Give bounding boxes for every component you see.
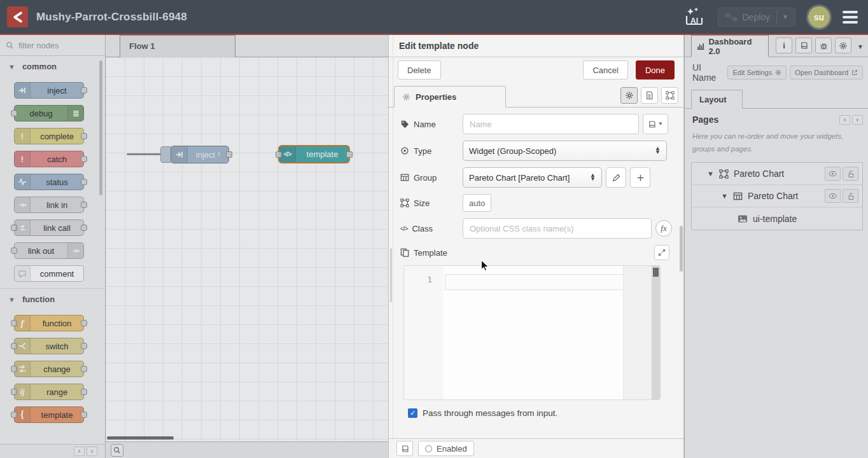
config-nodes-button[interactable]	[835, 38, 851, 53]
palette-node-template[interactable]: { template	[14, 406, 84, 423]
output-port[interactable]	[346, 151, 353, 158]
palette-node-link-out[interactable]: link out	[14, 242, 84, 259]
size-row: Size auto	[400, 194, 675, 212]
visibility-toggle-button[interactable]	[825, 189, 841, 203]
palette-node-switch[interactable]: switch	[14, 338, 84, 354]
collapse-all-button[interactable]: ∧	[839, 115, 850, 125]
canvas-horizontal-scrollbar[interactable]	[107, 436, 174, 440]
chevron-down-icon[interactable]: ▼	[707, 170, 714, 177]
lock-toggle-button[interactable]	[843, 189, 858, 203]
tray-scrollbar[interactable]	[680, 226, 683, 272]
flow-node-inject[interactable]: inject ¹	[171, 146, 229, 163]
zoom-search-button[interactable]	[111, 444, 123, 457]
pass-through-checkbox[interactable]: ✓	[408, 408, 417, 418]
comment-icon	[15, 266, 31, 281]
editor-current-line	[445, 274, 634, 290]
done-button[interactable]: Done	[636, 60, 675, 80]
ai-assistant-button[interactable]: AI	[683, 6, 705, 28]
cancel-button[interactable]: Cancel	[583, 60, 627, 80]
palette-collapse-all-button[interactable]: ∧	[74, 447, 85, 456]
tree-row-widget[interactable]: ui-template	[692, 207, 862, 230]
type-select[interactable]: Widget (Group-Scoped) ▲▼	[463, 141, 667, 161]
expand-all-button[interactable]: ∨	[852, 115, 863, 125]
type-row: Type Widget (Group-Scoped) ▲▼	[400, 141, 675, 161]
flow-canvas[interactable]: inject ¹ </> template	[106, 57, 388, 441]
sidebar-menu-caret[interactable]: ▼	[857, 43, 864, 50]
palette-node-complete[interactable]: ! complete	[14, 128, 84, 144]
flow-tabbar: Flow 1	[106, 35, 388, 57]
palette-node-comment[interactable]: comment	[14, 265, 84, 282]
editor-scrollbar[interactable]	[652, 266, 660, 399]
output-port[interactable]	[226, 151, 232, 158]
debug-button[interactable]	[815, 38, 832, 53]
name-label: Name	[400, 120, 463, 129]
tab-layout[interactable]: Layout	[691, 90, 743, 109]
palette-node-inject[interactable]: inject	[14, 82, 84, 99]
node-help-button[interactable]	[396, 441, 413, 456]
fx-button[interactable]: fx	[655, 220, 672, 237]
open-dashboard-button[interactable]: Open Dashboard	[790, 66, 863, 80]
node-enabled-toggle[interactable]: Enabled	[418, 441, 474, 456]
palette-category-common[interactable]: ▼ common	[0, 56, 105, 76]
chevron-down-icon[interactable]: ▼	[721, 192, 728, 200]
tab-description-button[interactable]	[641, 87, 658, 104]
output-port	[81, 412, 87, 418]
dialog-tabs: Properties	[389, 85, 683, 108]
template-row: Template	[400, 245, 675, 260]
group-select[interactable]: Pareto Chart [Pareto Chart] ▲▼	[463, 167, 602, 188]
tab-properties-button[interactable]	[620, 87, 638, 104]
ui-name-row: UI Name Edit Settings Open Dashboard	[685, 57, 868, 88]
palette-node-catch[interactable]: ! catch	[14, 151, 84, 167]
deploy-caret-icon[interactable]: ▼	[782, 14, 788, 20]
add-group-button[interactable]	[630, 167, 650, 188]
palette-node-range[interactable]: ij range	[14, 384, 84, 400]
palette-category-function[interactable]: ▼ function	[0, 289, 105, 309]
palette-node-function[interactable]: f function	[14, 315, 84, 331]
appearance-frame-icon	[666, 91, 675, 100]
edit-settings-button[interactable]: Edit Settings	[727, 66, 787, 80]
line-number: 1	[427, 275, 432, 284]
deploy-button[interactable]: Deploy ▼	[718, 8, 796, 27]
class-input[interactable]	[463, 218, 652, 239]
help-button[interactable]	[795, 38, 812, 53]
output-port	[81, 320, 87, 326]
tree-row-group[interactable]: ▼ Pareto Chart	[692, 185, 862, 207]
palette-node-link-in[interactable]: link in	[14, 197, 84, 213]
palette-node-link-call[interactable]: link call	[14, 219, 84, 236]
name-input[interactable]	[463, 114, 639, 134]
link-call-icon	[15, 220, 31, 235]
palette-scrollbar[interactable]	[99, 60, 102, 195]
delete-button[interactable]: Delete	[398, 60, 441, 80]
palette-footer: ∧ ∨	[0, 444, 105, 458]
palette-node-change[interactable]: change	[14, 361, 84, 377]
palette-expand-all-button[interactable]: ∨	[87, 447, 97, 456]
output-port	[81, 179, 87, 185]
palette-node-debug[interactable]: debug	[14, 105, 84, 121]
flow-tab[interactable]: Flow 1	[120, 35, 235, 57]
main-menu-button[interactable]	[843, 11, 858, 24]
tab-properties[interactable]: Properties	[394, 86, 506, 108]
pages-help-text: Here you can re-order and move your widg…	[692, 130, 859, 155]
tab-dashboard[interactable]: Dashboard 2.0	[691, 35, 769, 57]
expand-editor-button[interactable]	[654, 245, 669, 260]
edit-group-button[interactable]	[606, 167, 626, 188]
label-type-button[interactable]: ▼	[643, 114, 668, 134]
palette-node-status[interactable]: status	[14, 174, 84, 190]
book-icon	[401, 445, 409, 453]
flow-node-template-selected[interactable]: </> template	[278, 145, 350, 163]
info-button[interactable]: i	[776, 38, 792, 53]
flow-workspace: Flow 1 inject ¹ </> template	[106, 35, 388, 458]
tab-appearance-button[interactable]	[661, 87, 678, 104]
range-icon: ij	[15, 384, 31, 399]
user-avatar[interactable]: su	[808, 6, 830, 28]
size-auto-button[interactable]: auto	[463, 194, 491, 212]
expand-icon	[658, 249, 666, 256]
template-code-editor[interactable]: 1	[403, 265, 661, 400]
lock-toggle-button[interactable]	[843, 167, 858, 181]
visibility-toggle-button[interactable]	[825, 167, 841, 181]
inject-icon	[171, 146, 188, 163]
tree-row-page[interactable]: ▼ Pareto Chart	[692, 163, 862, 185]
scope-icon	[400, 146, 409, 155]
input-port	[11, 247, 17, 254]
palette-filter[interactable]: filter nodes	[0, 35, 105, 56]
